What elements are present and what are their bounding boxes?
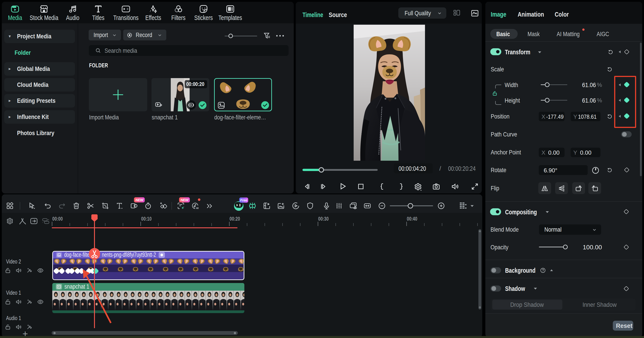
svg-text:AI: AI — [196, 207, 198, 210]
